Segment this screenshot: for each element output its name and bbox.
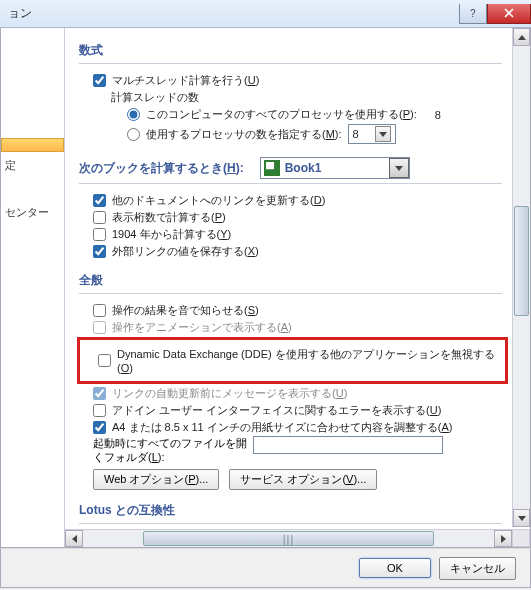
date1904-checkbox[interactable] [93,228,106,241]
scroll-corner [512,529,530,547]
left-nav-center[interactable]: センター [1,199,64,226]
opt-startup-folder: 起動時にすべてのファイルを開 くフォルダ(L): [79,436,502,465]
opt-addin-err: アドイン ユーザー インターフェイスに関するエラーを表示する(U) [79,402,502,419]
precision-checkbox[interactable] [93,211,106,224]
left-nav-selected[interactable] [1,138,64,152]
left-nav-setting[interactable]: 定 [1,152,64,179]
opt-spec-proc: 使用するプロセッサの数を指定する(M): 8 [79,123,502,145]
ok-button[interactable]: OK [359,558,431,578]
update-links-checkbox[interactable] [93,194,106,207]
scroll-up-button[interactable] [513,28,530,46]
option-buttons: Web オプション(P)... サービス オプション(V)... [79,469,502,490]
opt-precision: 表示桁数で計算する(P) [79,209,502,226]
close-button[interactable] [487,4,531,24]
workbook-icon [264,160,280,176]
service-options-button[interactable]: サービス オプション(V)... [229,469,377,490]
web-options-button[interactable]: Web オプション(P)... [93,469,219,490]
dde-checkbox[interactable] [98,354,111,367]
left-nav: 定 センター [1,28,65,547]
book-dropdown[interactable]: Book1 [260,157,410,179]
options-scroll: 数式 マルチスレッド計算を行う(U) 計算スレッドの数 このコンピュータのすべて… [65,28,512,527]
proc-count: 8 [435,109,441,121]
vscroll-track[interactable] [513,46,530,509]
hscroll-thumb[interactable]: ||| [143,531,434,546]
dde-highlight: Dynamic Data Exchange (DDE) を使用する他のアプリケー… [77,337,508,384]
opt-date1904: 1904 年から計算する(Y) [79,226,502,243]
threads-label: 計算スレッドの数 [79,89,502,106]
chevron-down-icon [389,158,409,178]
startup-folder-input[interactable] [253,436,443,454]
section-general: 全般 [79,266,502,294]
vscroll-thumb[interactable] [514,206,529,316]
all-proc-radio[interactable] [127,108,140,121]
opt-all-proc: このコンピュータのすべてのプロセッサを使用する(P): 8 [79,106,502,123]
section-lotus: Lotus との互換性 [79,496,502,524]
multithread-checkbox[interactable] [93,74,106,87]
opt-anim: 操作をアニメーションで表示する(A) [79,319,502,336]
addin-err-checkbox[interactable] [93,404,106,417]
vertical-scrollbar[interactable] [512,28,530,527]
opt-dde: Dynamic Data Exchange (DDE) を使用する他のアプリケー… [82,346,503,375]
svg-text:?: ? [470,8,476,18]
help-button[interactable]: ? [459,4,487,24]
scroll-down-button[interactable] [513,509,530,527]
proc-spinner[interactable]: 8 [348,124,396,144]
window-title: ョン [8,5,32,22]
spec-proc-radio[interactable] [127,128,140,141]
titlebar: ョン ? [0,0,531,28]
cancel-button[interactable]: キャンセル [439,557,516,580]
section-formula: 数式 [79,36,502,64]
opt-update-links: 他のドキュメントへのリンクを更新する(D) [79,192,502,209]
right-pane: 数式 マルチスレッド計算を行う(U) 計算スレッドの数 このコンピュータのすべて… [65,28,530,547]
hscroll-track[interactable]: ||| [83,530,494,547]
window-buttons: ? [459,4,531,24]
dialog-body: 定 センター 数式 マルチスレッド計算を行う(U) 計算スレッドの数 このコンピ… [0,28,531,548]
section-recalc: 次のブックを計算するとき(H): Book1 [79,151,502,184]
a4letter-checkbox[interactable] [93,421,106,434]
scroll-right-button[interactable] [494,530,512,547]
opt-sound: 操作の結果を音で知らせる(S) [79,302,502,319]
anim-checkbox[interactable] [93,321,106,334]
horizontal-scrollbar[interactable]: ||| [65,529,512,547]
link-msg-checkbox[interactable] [93,387,106,400]
sound-checkbox[interactable] [93,304,106,317]
opt-link-msg: リンクの自動更新前にメッセージを表示する(U) [79,385,502,402]
opt-save-ext: 外部リンクの値を保存する(X) [79,243,502,260]
scroll-left-button[interactable] [65,530,83,547]
opt-a4letter: A4 または 8.5 x 11 インチの用紙サイズに合わせて内容を調整する(A) [79,419,502,436]
opt-multithread: マルチスレッド計算を行う(U) [79,72,502,89]
save-ext-checkbox[interactable] [93,245,106,258]
dialog-footer: OK キャンセル [0,548,531,588]
